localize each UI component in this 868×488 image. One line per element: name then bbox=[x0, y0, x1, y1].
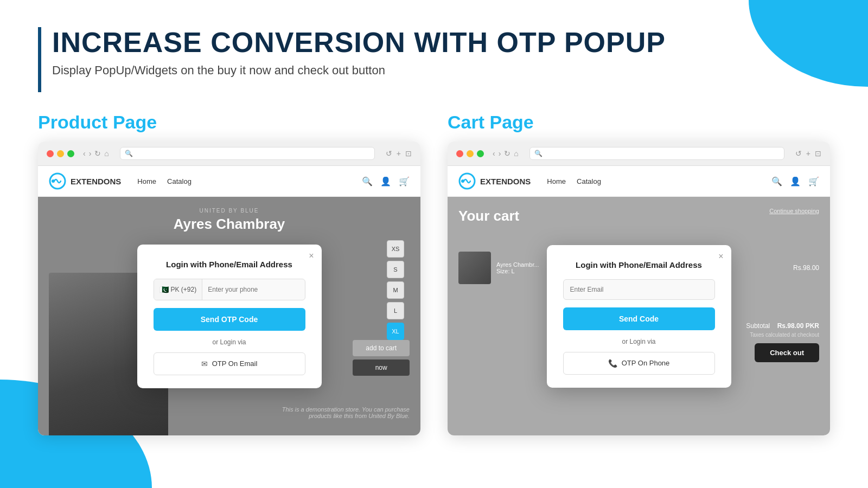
nav-forward-icon[interactable]: › bbox=[89, 149, 92, 158]
cart-window-icon[interactable]: ⊡ bbox=[815, 149, 821, 158]
dot-red[interactable] bbox=[47, 150, 54, 157]
logo-icon bbox=[49, 172, 66, 190]
product-otp-popup: × Login with Phone/Email Address 🇵🇰 PK (… bbox=[137, 245, 322, 388]
flag-code: PK (+92) bbox=[171, 286, 197, 293]
phone-input[interactable] bbox=[202, 279, 304, 300]
refresh-icon[interactable]: ↺ bbox=[386, 149, 392, 158]
cart-dot-yellow[interactable] bbox=[467, 150, 474, 157]
send-otp-btn[interactable]: Send OTP Code bbox=[154, 308, 305, 331]
product-otp-overlay: × Login with Phone/Email Address 🇵🇰 PK (… bbox=[38, 197, 420, 435]
cart-store-nav: EXTENDONS Home Catalog 🔍 👤 🛒 bbox=[448, 166, 830, 197]
cart-action-icon[interactable]: 🛒 bbox=[399, 176, 410, 187]
cart-search-icon: 🔍 bbox=[534, 150, 542, 157]
nav-home-link[interactable]: Home bbox=[137, 177, 156, 185]
cart-popup-close[interactable]: × bbox=[718, 252, 723, 261]
browser-nav-icons: ‹ › ↻ ⌂ bbox=[83, 149, 109, 158]
store-nav-actions: 🔍 👤 🛒 bbox=[362, 176, 410, 187]
cart-refresh-icon[interactable]: ↺ bbox=[795, 149, 802, 158]
email-input[interactable] bbox=[563, 279, 715, 300]
cart-nav-actions: 🔍 👤 🛒 bbox=[771, 176, 819, 187]
cart-otp-overlay: × Login with Phone/Email Address Send Co… bbox=[448, 197, 830, 435]
browser-actions: ↺ + ⊡ bbox=[386, 149, 412, 158]
cart-browser-bar: ‹ › ↻ ⌂ 🔍 ↺ + ⊡ bbox=[448, 142, 830, 166]
cart-store-logo: EXTENDONS bbox=[458, 172, 531, 190]
cart-nav-links: Home Catalog bbox=[547, 177, 601, 185]
cart-nav-forward[interactable]: › bbox=[499, 149, 501, 158]
cart-logo-icon bbox=[458, 172, 476, 190]
cart-store-name: EXTENDONS bbox=[480, 177, 531, 186]
account-action-icon[interactable]: 👤 bbox=[380, 176, 391, 187]
or-text: or Login via bbox=[154, 338, 305, 346]
browser-search-bar[interactable]: 🔍 bbox=[120, 147, 375, 160]
search-action-icon[interactable]: 🔍 bbox=[362, 176, 373, 187]
nav-back-icon[interactable]: ‹ bbox=[83, 149, 86, 158]
screenshots-row: Product Page ‹ › ↻ ⌂ bbox=[38, 112, 830, 435]
cart-otp-alt-btn[interactable]: 📞 OTP On Phone bbox=[563, 352, 715, 375]
product-browser-window: ‹ › ↻ ⌂ 🔍 ↺ + ⊡ bbox=[38, 142, 420, 435]
svg-point-1 bbox=[52, 179, 55, 183]
otp-email-btn[interactable]: ✉ OTP On Email bbox=[154, 352, 305, 375]
nav-refresh-icon[interactable]: ↻ bbox=[94, 149, 101, 158]
search-icon: 🔍 bbox=[125, 150, 133, 157]
header-accent-bar bbox=[38, 27, 41, 92]
phone-icon: 📞 bbox=[608, 359, 617, 368]
cart-nav-icons: ‹ › ↻ ⌂ bbox=[493, 149, 519, 158]
header-section: INCREASE CONVERSION WITH OTP POPUP Displ… bbox=[38, 27, 830, 92]
product-popup-title: Login with Phone/Email Address bbox=[154, 260, 305, 269]
flag-icon: 🇵🇰 bbox=[159, 285, 169, 294]
store-logo: EXTENDONS bbox=[49, 172, 121, 190]
otp-alt-label: OTP On Email bbox=[212, 359, 258, 368]
cart-dot-green[interactable] bbox=[477, 150, 484, 157]
browser-dots bbox=[47, 150, 74, 157]
cart-or-text: or Login via bbox=[563, 338, 715, 345]
product-page-content: UNITED BY BLUE Ayres Chambray XS S M L X… bbox=[38, 197, 420, 435]
store-name: EXTENDONS bbox=[71, 177, 121, 186]
window-icon[interactable]: ⊡ bbox=[405, 149, 412, 158]
cart-send-btn[interactable]: Send Code bbox=[563, 307, 715, 330]
dot-yellow[interactable] bbox=[57, 150, 64, 157]
email-icon: ✉ bbox=[201, 359, 208, 368]
cart-nav-refresh[interactable]: ↻ bbox=[504, 149, 510, 158]
cart-newtab-icon[interactable]: + bbox=[806, 149, 810, 158]
nav-home-icon[interactable]: ⌂ bbox=[104, 149, 108, 158]
product-page-label: Product Page bbox=[38, 112, 420, 133]
store-nav-links: Home Catalog bbox=[137, 177, 192, 185]
product-store-nav: EXTENDONS Home Catalog 🔍 👤 🛒 bbox=[38, 166, 420, 197]
cart-search-action[interactable]: 🔍 bbox=[771, 176, 782, 187]
cart-otp-popup: × Login with Phone/Email Address Send Co… bbox=[547, 245, 731, 388]
phone-input-group: 🇵🇰 PK (+92) bbox=[154, 279, 305, 300]
nav-catalog-link[interactable]: Catalog bbox=[167, 177, 192, 185]
cart-nav-catalog-link[interactable]: Catalog bbox=[577, 177, 601, 185]
cart-browser-actions: ↺ + ⊡ bbox=[795, 149, 821, 158]
cart-page-column: Cart Page ‹ › ↻ ⌂ bbox=[448, 112, 830, 435]
cart-popup-title: Login with Phone/Email Address bbox=[563, 260, 715, 269]
cart-browser-search[interactable]: 🔍 bbox=[529, 147, 784, 160]
cart-dot-red[interactable] bbox=[456, 150, 463, 157]
product-browser-bar: ‹ › ↻ ⌂ 🔍 ↺ + ⊡ bbox=[38, 142, 420, 166]
cart-account-action[interactable]: 👤 bbox=[790, 176, 801, 187]
cart-browser-dots bbox=[456, 150, 484, 157]
cart-cart-action[interactable]: 🛒 bbox=[808, 176, 819, 187]
main-subtitle: Display PopUp/Widgets on the buy it now … bbox=[52, 63, 666, 78]
svg-point-3 bbox=[461, 179, 464, 183]
flag-area: 🇵🇰 PK (+92) bbox=[154, 279, 203, 300]
cart-nav-back[interactable]: ‹ bbox=[493, 149, 495, 158]
dot-green[interactable] bbox=[67, 150, 74, 157]
product-popup-close[interactable]: × bbox=[309, 251, 314, 261]
main-title: INCREASE CONVERSION WITH OTP POPUP bbox=[52, 27, 666, 58]
cart-page-content: Your cart Continue shopping Ayres Chambr… bbox=[448, 197, 830, 435]
cart-browser-window: ‹ › ↻ ⌂ 🔍 ↺ + ⊡ bbox=[448, 142, 830, 435]
cart-nav-home-link[interactable]: Home bbox=[547, 177, 566, 185]
cart-page-label: Cart Page bbox=[448, 112, 830, 133]
new-tab-icon[interactable]: + bbox=[397, 149, 401, 158]
cart-otp-alt-label: OTP On Phone bbox=[622, 359, 670, 367]
cart-nav-home[interactable]: ⌂ bbox=[514, 149, 518, 158]
product-page-column: Product Page ‹ › ↻ ⌂ bbox=[38, 112, 420, 435]
